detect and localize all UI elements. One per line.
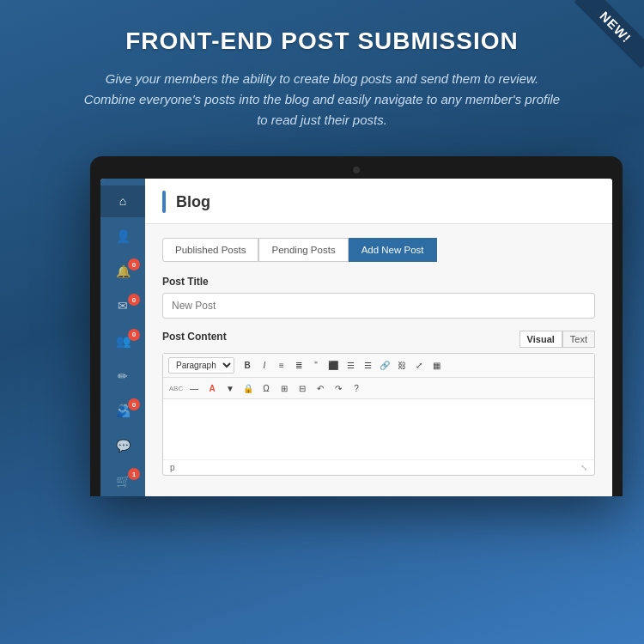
editor-wrapper: Paragraph B I ≡ ≣ " ⬛ ☰ ☰ 🔗 ⛓ (162, 353, 595, 476)
table-button[interactable]: ▦ (428, 358, 444, 374)
align-right-button[interactable]: ☰ (360, 358, 375, 374)
undo-button[interactable]: ↶ (313, 380, 328, 396)
link-button[interactable]: 🔗 (377, 358, 392, 374)
post-content-label: Post Content (162, 331, 227, 343)
align-left-button[interactable]: ⬛ (325, 358, 341, 374)
mail-icon: ✉ (118, 299, 128, 313)
sidebar-item-user[interactable]: 👤 (100, 221, 145, 252)
ordered-list-button[interactable]: ≣ (291, 358, 307, 374)
font-color-dropdown[interactable]: ▼ (222, 380, 238, 396)
blog-header-bar (162, 191, 166, 213)
visual-text-tabs: Visual Text (519, 331, 595, 348)
laptop-screen: ⌂ 👤 🔔 0 ✉ 0 👥 0 ✏ (100, 179, 612, 496)
header-section: FRONT-END POST SUBMISSION Give your memb… (0, 0, 644, 148)
main-content: Blog Published Posts Pending Posts Add N… (145, 179, 612, 496)
sidebar-item-group2[interactable]: 🫂 0 (100, 395, 145, 427)
page-main-title: FRONT-END POST SUBMISSION (52, 27, 592, 55)
sidebar-item-mail[interactable]: ✉ 0 (100, 290, 145, 322)
edit-icon: ✏ (118, 369, 128, 383)
abc-button[interactable]: ABC (168, 380, 184, 396)
tab-add-new-post[interactable]: Add New Post (349, 238, 437, 262)
blockquote-button[interactable]: " (308, 358, 324, 374)
chat-icon: 💬 (116, 439, 131, 453)
new-ribbon-label: NEW! (574, 0, 644, 69)
unlink-button[interactable]: ⛓ (394, 358, 410, 374)
editor-body[interactable] (163, 399, 594, 459)
sidebar-item-group[interactable]: 👥 0 (100, 325, 145, 357)
paragraph-select[interactable]: Paragraph (168, 357, 234, 374)
post-title-input[interactable] (162, 293, 595, 319)
tabs-row: Published Posts Pending Posts Add New Po… (145, 224, 612, 262)
page-subtitle: Give your members the ability to create … (82, 69, 562, 131)
unordered-list-button[interactable]: ≡ (274, 358, 289, 374)
group2-badge: 0 (128, 398, 140, 410)
sidebar-item-chat[interactable]: 💬 (100, 430, 145, 462)
tab-text[interactable]: Text (562, 331, 595, 348)
sidebar-item-edit[interactable]: ✏ (100, 360, 145, 392)
editor-footer: p ⤡ (163, 459, 594, 475)
redo-button[interactable]: ↷ (331, 380, 346, 396)
form-area: Post Title Post Content Visual Text (145, 262, 612, 489)
blog-page-title: Blog (176, 193, 210, 211)
user-icon: 👤 (116, 229, 131, 243)
resize-handle[interactable]: ⤡ (580, 463, 587, 472)
laptop-wrapper: ⌂ 👤 🔔 0 ✉ 0 👥 0 ✏ (90, 156, 623, 496)
dash-button[interactable]: — (186, 380, 202, 396)
post-title-label: Post Title (162, 276, 595, 288)
editor-tag: p (170, 463, 175, 472)
sidebar-item-bell[interactable]: 🔔 0 (100, 255, 145, 287)
font-color-button[interactable]: A (204, 380, 220, 396)
tab-published-posts[interactable]: Published Posts (162, 238, 258, 262)
editor-toolbar-row2: ABC — A ▼ 🔒 Ω ⊞ ⊟ ↶ ↷ ? (163, 378, 594, 399)
laptop-camera (353, 167, 360, 173)
tab-pending-posts[interactable]: Pending Posts (258, 238, 348, 262)
mail-badge: 0 (128, 294, 140, 306)
lock-button[interactable]: 🔒 (240, 380, 256, 396)
editor-toolbar-row1: Paragraph B I ≡ ≣ " ⬛ ☰ ☰ 🔗 ⛓ (163, 354, 594, 378)
tab-visual[interactable]: Visual (519, 331, 562, 348)
blog-header: Blog (145, 179, 612, 224)
content-label-row: Post Content Visual Text (162, 331, 595, 348)
italic-button[interactable]: I (257, 358, 272, 374)
laptop-outer: ⌂ 👤 🔔 0 ✉ 0 👥 0 ✏ (90, 156, 623, 496)
omega-button[interactable]: Ω (258, 380, 274, 396)
new-ribbon: NEW! (558, 0, 644, 86)
outdent-button[interactable]: ⊟ (295, 380, 310, 396)
indent-button[interactable]: ⊞ (276, 380, 292, 396)
sidebar: ⌂ 👤 🔔 0 ✉ 0 👥 0 ✏ (100, 179, 145, 496)
align-center-button[interactable]: ☰ (343, 358, 358, 374)
cart-badge: 1 (128, 468, 140, 480)
group-badge: 0 (128, 329, 140, 341)
fullscreen-button[interactable]: ⤢ (411, 358, 427, 374)
bell-badge: 0 (128, 258, 140, 270)
home-icon: ⌂ (119, 194, 126, 208)
bold-button[interactable]: B (240, 358, 255, 374)
sidebar-item-home[interactable]: ⌂ (100, 185, 145, 217)
help-button[interactable]: ? (349, 380, 364, 396)
sidebar-item-cart[interactable]: 🛒 1 (100, 465, 145, 496)
